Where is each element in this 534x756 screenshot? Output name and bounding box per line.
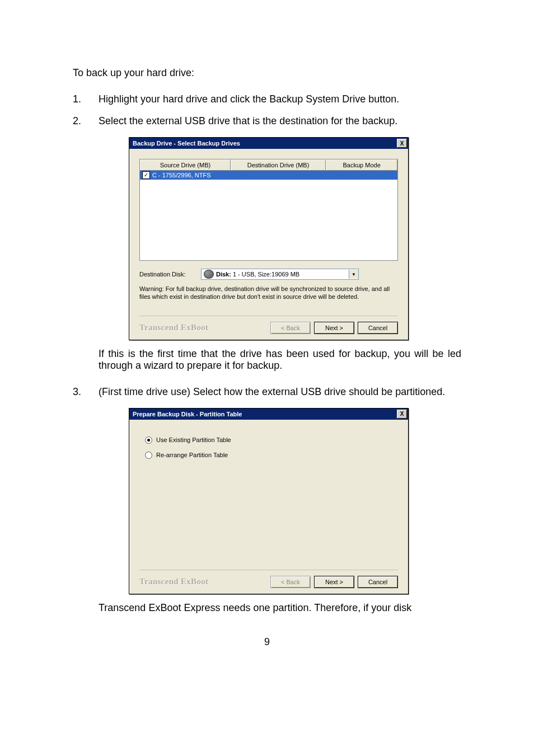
dialog1-title: Backup Drive - Select Backup Drives (133, 140, 397, 147)
page-number: 9 (73, 636, 461, 648)
step-2-num: 2. (73, 115, 99, 127)
radio-use-existing-label: Use Existing Partition Table (156, 436, 231, 443)
chevron-down-icon[interactable]: ▼ (349, 270, 358, 279)
brand-label: Transcend ExBoot (139, 323, 267, 332)
close-icon[interactable]: X (397, 139, 407, 148)
step-2-note: If this is the first time that the drive… (99, 348, 461, 372)
step-1-text: Highlight your hard drive and click the … (99, 93, 461, 105)
dialog2-titlebar[interactable]: Prepare Backup Disk - Partition Table X (129, 408, 408, 420)
close-icon[interactable]: X (397, 410, 407, 419)
radio-icon[interactable] (145, 452, 152, 459)
back-button: < Back (270, 322, 311, 334)
col-destination-drive[interactable]: Destination Drive (MB) (231, 159, 326, 171)
checkbox-icon[interactable] (142, 171, 150, 179)
destination-disk-value: Disk: 1 - USB, Size:19069 MB (216, 271, 349, 278)
back-button: < Back (270, 576, 311, 588)
dialog2-title: Prepare Backup Disk - Partition Table (133, 411, 397, 417)
destination-disk-label: Destination Disk: (139, 271, 201, 278)
disk-icon (204, 270, 214, 279)
destination-disk-combo[interactable]: Disk: 1 - USB, Size:19069 MB ▼ (201, 269, 359, 280)
step-3-text: (First time drive use) Select how the ex… (99, 386, 461, 398)
intro-text: To back up your hard drive: (73, 67, 461, 79)
next-button[interactable]: Next > (314, 576, 354, 588)
step-3-num: 3. (73, 386, 99, 398)
dialog-select-backup-drives: Backup Drive - Select Backup Drives X So… (129, 137, 409, 340)
brand-label: Transcend ExBoot (139, 577, 267, 586)
step-2-text: Select the external USB drive that is th… (99, 115, 461, 127)
radio-icon[interactable] (145, 436, 152, 444)
cancel-button[interactable]: Cancel (358, 322, 398, 334)
step-3-note: Transcend ExBoot Express needs one parti… (99, 602, 461, 614)
warning-text: Warning: For full backup drive, destinat… (139, 285, 398, 301)
col-backup-mode[interactable]: Backup Mode (326, 159, 397, 171)
radio-rearrange[interactable]: Re-arrange Partition Table (145, 452, 392, 459)
drive-row-label: C - 1755/2996, NTFS (152, 172, 211, 179)
cancel-button[interactable]: Cancel (358, 576, 398, 588)
radio-use-existing[interactable]: Use Existing Partition Table (145, 436, 392, 444)
next-button[interactable]: Next > (314, 322, 354, 334)
col-source-drive[interactable]: Source Drive (MB) (140, 159, 231, 171)
dialog-partition-table: Prepare Backup Disk - Partition Table X … (129, 408, 409, 594)
drive-table: Source Drive (MB) Destination Drive (MB)… (139, 159, 398, 261)
dialog1-titlebar[interactable]: Backup Drive - Select Backup Drives X (129, 138, 408, 149)
radio-rearrange-label: Re-arrange Partition Table (156, 452, 228, 458)
step-1-num: 1. (73, 93, 99, 105)
drive-row-selected[interactable]: C - 1755/2996, NTFS (140, 171, 397, 180)
